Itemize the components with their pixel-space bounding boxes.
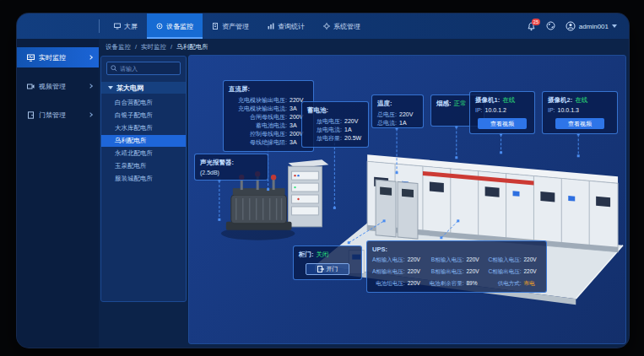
panel-title: 摄像机2: bbox=[548, 96, 572, 105]
chevron-right-icon bbox=[88, 55, 93, 60]
tree-search bbox=[106, 62, 181, 75]
transformer bbox=[221, 171, 295, 240]
screen-icon bbox=[114, 23, 121, 30]
breadcrumb: 设备监控 / 实时监控 / 乌利配电所 bbox=[99, 39, 629, 55]
header-actions: 25 admin001 bbox=[527, 13, 617, 39]
chevron-right-icon bbox=[88, 112, 93, 117]
ups-grid: A相输入电压:220V B相输入电压:220V C相输入电压:220V A相输出… bbox=[372, 256, 541, 288]
top-nav: 大屏 设备监控 资产管理 查询统计 bbox=[17, 13, 629, 39]
camera1-ip: 10.0.1.2 bbox=[485, 106, 506, 115]
breadcrumb-item[interactable]: 实时监控 bbox=[141, 43, 166, 51]
collapse-icon bbox=[108, 86, 113, 89]
open-door-icon bbox=[317, 266, 324, 272]
relay-rack bbox=[289, 159, 329, 227]
panel-title: 柜门: bbox=[299, 251, 314, 259]
breadcrumb-current: 乌利配电所 bbox=[176, 43, 208, 51]
fullscreen-button[interactable] bbox=[546, 19, 555, 34]
sidebar-item-realtime-monitoring[interactable]: 实时监控 bbox=[17, 47, 99, 67]
panel-title: 直流屏: bbox=[229, 85, 308, 94]
search-input[interactable] bbox=[120, 66, 176, 72]
sidebar-item-label: 门禁管理 bbox=[39, 111, 66, 120]
realtime-monitor-icon bbox=[27, 54, 35, 62]
video-camera-icon bbox=[27, 83, 35, 90]
view-video-button[interactable]: 查看视频 bbox=[478, 118, 527, 129]
tab-asset-management[interactable]: 资产管理 bbox=[203, 13, 258, 39]
sidebar-item-access-control[interactable]: 门禁管理 bbox=[17, 105, 99, 125]
stats-icon bbox=[268, 23, 274, 30]
username: admin001 bbox=[579, 23, 609, 30]
nav-divider bbox=[99, 19, 100, 33]
panel-title: UPS: bbox=[372, 245, 541, 253]
breadcrumb-item[interactable]: 设备监控 bbox=[106, 43, 131, 51]
view-video-button[interactable]: 查看视频 bbox=[555, 118, 604, 129]
breadcrumb-separator: / bbox=[135, 43, 137, 51]
app-window: 大屏 设备监控 资产管理 查询统计 bbox=[17, 13, 629, 348]
chevron-down-icon bbox=[612, 24, 617, 28]
sidebar-item-video-management[interactable]: 视频管理 bbox=[17, 76, 99, 96]
smoke-status: 正常 bbox=[454, 100, 467, 108]
monitor-icon bbox=[156, 23, 163, 30]
alarm-panel: 声光报警器: (2.5dB) bbox=[194, 154, 268, 181]
tree-item-substation[interactable]: 白银子配电所 bbox=[101, 110, 186, 121]
tree-root-label: 某大电网 bbox=[116, 84, 143, 93]
camera1-status: 在线 bbox=[502, 96, 515, 105]
notification-badge: 25 bbox=[532, 19, 540, 25]
camera2-ip: 10.0.1.3 bbox=[558, 106, 579, 115]
tree-item-substation[interactable]: 玉泉配电所 bbox=[101, 160, 186, 172]
breadcrumb-separator: / bbox=[170, 43, 172, 51]
power-supply-mode: 市电 bbox=[523, 279, 542, 288]
asset-icon bbox=[212, 23, 219, 30]
panel-title: 摄像机1: bbox=[475, 96, 500, 105]
tree-item-substation[interactable]: 永靖北配电所 bbox=[101, 148, 186, 159]
sidebar-item-label: 实时监控 bbox=[39, 53, 66, 62]
tab-label: 查询统计 bbox=[278, 22, 305, 31]
user-menu[interactable]: admin001 bbox=[566, 21, 617, 31]
substation-tree-panel: 某大电网 白合营配电所 白银子配电所 大水库配电所 乌利配电所 永靖北配电所 玉… bbox=[100, 56, 187, 302]
temperature-panel: 温度: 总电压:220V 总电流:1A bbox=[371, 94, 424, 128]
tree-item-substation[interactable]: 白合营配电所 bbox=[101, 97, 186, 109]
fullscreen-icon bbox=[546, 21, 555, 30]
camera2-panel: 摄像机2: 在线 IP: 10.0.1.3 查看视频 bbox=[542, 91, 618, 134]
nav-tabs: 大屏 设备监控 资产管理 查询统计 bbox=[105, 13, 370, 39]
tree-item-substation[interactable]: 服装城配电所 bbox=[101, 173, 186, 185]
tab-label: 设备监控 bbox=[166, 22, 193, 31]
open-door-button[interactable]: 开门 bbox=[306, 263, 349, 275]
tab-label: 大屏 bbox=[124, 22, 138, 31]
tab-query-statistics[interactable]: 查询统计 bbox=[258, 13, 314, 39]
dc-screen-panel: 直流屏: 充电模块输出电压:220V 充电模块输出电流:3A 合闸母线电压:20… bbox=[223, 80, 314, 152]
avatar-icon bbox=[566, 21, 576, 31]
door-status: 关闭 bbox=[317, 251, 329, 259]
tree-item-substation[interactable]: 大水库配电所 bbox=[101, 122, 186, 134]
search-icon bbox=[111, 65, 117, 72]
gear-icon bbox=[323, 23, 330, 30]
cabinet-door-panel: 柜门: 关闭 开门 bbox=[293, 245, 362, 280]
panel-title: 蓄电池: bbox=[307, 106, 363, 115]
sidebar: 实时监控 视频管理 门禁管理 bbox=[17, 39, 99, 348]
camera2-status: 在线 bbox=[575, 96, 587, 105]
tree-root-node[interactable]: 某大电网 bbox=[101, 82, 186, 94]
panel-title: 声光报警器: bbox=[200, 159, 262, 167]
scene-viewport: 直流屏: 充电模块输出电压:220V 充电模块输出电流:3A 合闸母线电压:20… bbox=[188, 55, 626, 344]
camera1-panel: 摄像机1: 在线 IP: 10.0.1.2 查看视频 bbox=[469, 91, 535, 134]
tab-system-management[interactable]: 系统管理 bbox=[314, 13, 370, 39]
panel-title: 烟感: bbox=[436, 100, 452, 108]
door-icon bbox=[27, 111, 35, 119]
tab-label: 资产管理 bbox=[222, 22, 249, 31]
tab-device-monitoring[interactable]: 设备监控 bbox=[147, 13, 203, 39]
alarm-value: (2.5dB) bbox=[200, 170, 262, 175]
battery-panel: 蓄电池: 放电电压:220V 放电电流:1A 放电容量:20.5W bbox=[301, 101, 369, 148]
panel-title: 温度: bbox=[377, 100, 418, 108]
tab-label: 系统管理 bbox=[333, 22, 360, 31]
sidebar-item-label: 视频管理 bbox=[39, 82, 66, 91]
ups-panel: UPS: A相输入电压:220V B相输入电压:220V C相输入电压:220V… bbox=[366, 240, 547, 293]
tree-item-substation-selected[interactable]: 乌利配电所 bbox=[101, 135, 186, 147]
screen: 大屏 设备监控 资产管理 查询统计 bbox=[0, 0, 644, 356]
chevron-right-icon bbox=[88, 84, 93, 89]
tab-dashboard[interactable]: 大屏 bbox=[105, 13, 147, 39]
notifications-button[interactable]: 25 bbox=[527, 22, 536, 31]
